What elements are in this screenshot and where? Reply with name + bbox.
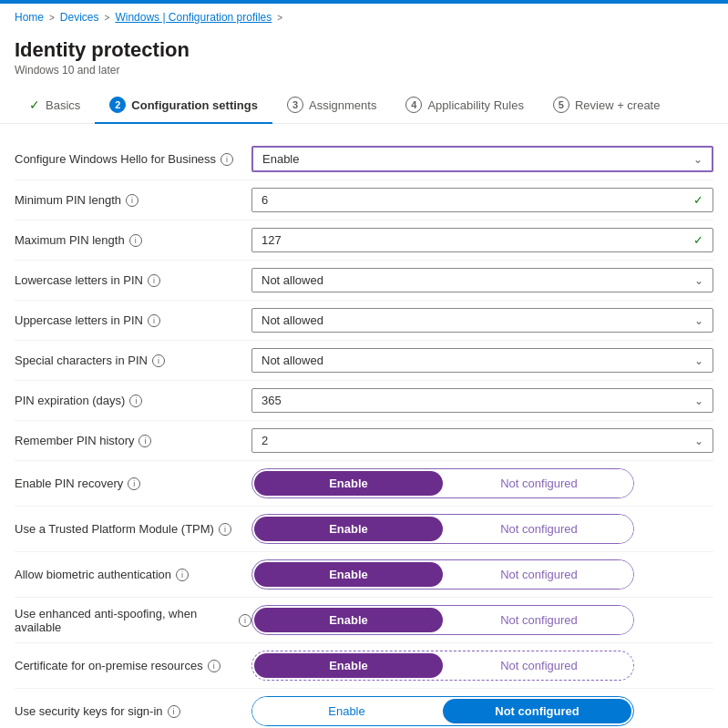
info-icon-uppercase[interactable]: i [148,314,160,327]
label-recovery: Enable PIN recovery i [15,477,251,490]
toggle-antispoofing-notconfigured[interactable]: Not configured [445,606,633,634]
row-max-pin: Maximum PIN length i 127 ✓ [15,220,713,260]
info-icon-expiration[interactable]: i [129,395,142,407]
dropdown-configure-hello[interactable]: Enable ⌄ [251,146,713,172]
chevron-down-icon-6: ⌄ [694,435,703,447]
toggle-certificate-enable[interactable]: Enable [254,653,443,678]
row-antispoofing: Use enhanced anti-spoofing, when availab… [15,597,713,642]
label-expiration: PIN expiration (days) i [15,394,251,407]
tab-basics[interactable]: ✓ Basics [15,88,95,123]
input-max-pin[interactable]: 127 ✓ [251,228,713,252]
breadcrumb-devices[interactable]: Devices [60,11,99,24]
label-biometric: Allow biometric authentication i [15,568,251,581]
row-lowercase: Lowercase letters in PIN i Not allowed ⌄ [15,260,713,300]
info-icon-certificate[interactable]: i [208,660,220,672]
chevron-down-icon-5: ⌄ [694,395,703,407]
dropdown-history[interactable]: 2 ⌄ [251,428,713,453]
row-expiration: PIN expiration (days) i 365 ⌄ [15,380,713,420]
toggle-certificate-notconfigured[interactable]: Not configured [445,651,633,680]
info-icon-special[interactable]: i [152,354,165,367]
chevron-down-icon-4: ⌄ [694,354,703,367]
info-icon-securitykeys[interactable]: i [168,705,180,718]
tab-review-label: Review + create [575,98,661,112]
row-min-pin: Minimum PIN length i 6 ✓ [15,179,713,220]
breadcrumb-home[interactable]: Home [15,11,44,24]
label-configure-hello: Configure Windows Hello for Business i [15,152,251,166]
row-special: Special characters in PIN i Not allowed … [15,340,713,380]
info-icon-min-pin[interactable]: i [126,194,138,207]
tab-config-num: 2 [109,97,126,113]
tab-assignments[interactable]: 3 Assignments [272,87,391,124]
tab-basics-label: Basics [46,98,80,112]
tab-applicability-label: Applicability Rules [427,98,524,112]
toggle-biometric-notconfigured[interactable]: Not configured [445,560,633,589]
page-header: Identity protection Windows 10 and later [0,31,728,87]
breadcrumb: Home > Devices > Windows | Configuration… [0,4,728,31]
breadcrumb-config-profiles[interactable]: Windows | Configuration profiles [115,11,272,24]
info-icon-recovery[interactable]: i [128,477,140,490]
toggle-biometric-enable[interactable]: Enable [254,562,443,587]
toggle-tpm[interactable]: Enable Not configured [251,514,713,544]
info-icon-configure-hello[interactable]: i [220,153,233,166]
valid-check-min-pin: ✓ [693,193,703,207]
dropdown-expiration[interactable]: 365 ⌄ [251,388,713,413]
tab-applicability[interactable]: 4 Applicability Rules [391,87,538,124]
valid-check-max-pin: ✓ [693,233,703,247]
chevron-down-icon-2: ⌄ [694,274,703,287]
row-history: Remember PIN history i 2 ⌄ [15,420,713,460]
tabs-bar: ✓ Basics 2 Configuration settings 3 Assi… [0,87,728,124]
toggle-recovery-notconfigured[interactable]: Not configured [445,469,633,497]
toggle-securitykeys-notconfigured[interactable]: Not configured [443,699,631,723]
info-icon-biometric[interactable]: i [176,569,189,581]
label-min-pin: Minimum PIN length i [15,193,251,207]
page-subtitle: Windows 10 and later [15,64,713,77]
tab-config-label: Configuration settings [131,98,258,112]
chevron-down-icon: ⌄ [693,153,702,166]
toggle-biometric[interactable]: Enable Not configured [251,559,713,590]
breadcrumb-sep-3: > [277,13,282,23]
page-title: Identity protection [15,38,713,62]
dropdown-special[interactable]: Not allowed ⌄ [251,348,713,373]
toggle-securitykeys-enable[interactable]: Enable [252,697,441,725]
label-uppercase: Uppercase letters in PIN i [15,313,251,327]
toggle-recovery[interactable]: Enable Not configured [251,468,713,498]
input-min-pin[interactable]: 6 ✓ [251,188,713,212]
label-antispoofing: Use enhanced anti-spoofing, when availab… [15,607,251,634]
dropdown-lowercase[interactable]: Not allowed ⌄ [251,268,713,292]
chevron-down-icon-3: ⌄ [694,314,703,327]
toggle-antispoofing-enable[interactable]: Enable [254,608,443,632]
label-history: Remember PIN history i [15,434,251,447]
info-icon-history[interactable]: i [138,435,151,447]
row-certificate: Certificate for on-premise resources i E… [15,642,713,688]
row-securitykeys: Use security keys for sign-in i Enable N… [15,688,713,728]
info-icon-lowercase[interactable]: i [148,274,160,287]
label-securitykeys: Use security keys for sign-in i [15,704,251,718]
row-tpm: Use a Trusted Platform Module (TPM) i En… [15,506,713,551]
label-tpm: Use a Trusted Platform Module (TPM) i [15,522,251,536]
form-content: Configure Windows Hello for Business i E… [0,124,728,728]
toggle-tpm-enable[interactable]: Enable [254,517,443,541]
label-certificate: Certificate for on-premise resources i [15,659,251,672]
tab-review-num: 5 [553,97,569,113]
tab-applicability-num: 4 [405,97,422,113]
info-icon-tpm[interactable]: i [219,523,231,536]
toggle-securitykeys[interactable]: Enable Not configured [251,696,713,726]
label-special: Special characters in PIN i [15,354,251,367]
info-icon-max-pin[interactable]: i [129,234,142,247]
toggle-recovery-enable[interactable]: Enable [254,471,443,496]
info-icon-antispoofing[interactable]: i [239,614,251,627]
row-recovery: Enable PIN recovery i Enable Not configu… [15,460,713,506]
row-biometric: Allow biometric authentication i Enable … [15,551,713,597]
dropdown-uppercase[interactable]: Not allowed ⌄ [251,308,713,333]
row-configure-hello: Configure Windows Hello for Business i E… [15,138,713,179]
tab-config[interactable]: 2 Configuration settings [95,87,272,124]
tab-review[interactable]: 5 Review + create [538,87,675,124]
tab-assignments-num: 3 [287,97,303,113]
toggle-certificate[interactable]: Enable Not configured [251,651,713,681]
tab-basics-check-icon: ✓ [29,97,40,112]
toggle-tpm-notconfigured[interactable]: Not configured [445,515,633,543]
toggle-antispoofing[interactable]: Enable Not configured [251,605,713,635]
tab-assignments-label: Assignments [309,98,376,112]
label-max-pin: Maximum PIN length i [15,233,251,247]
label-lowercase: Lowercase letters in PIN i [15,273,251,287]
